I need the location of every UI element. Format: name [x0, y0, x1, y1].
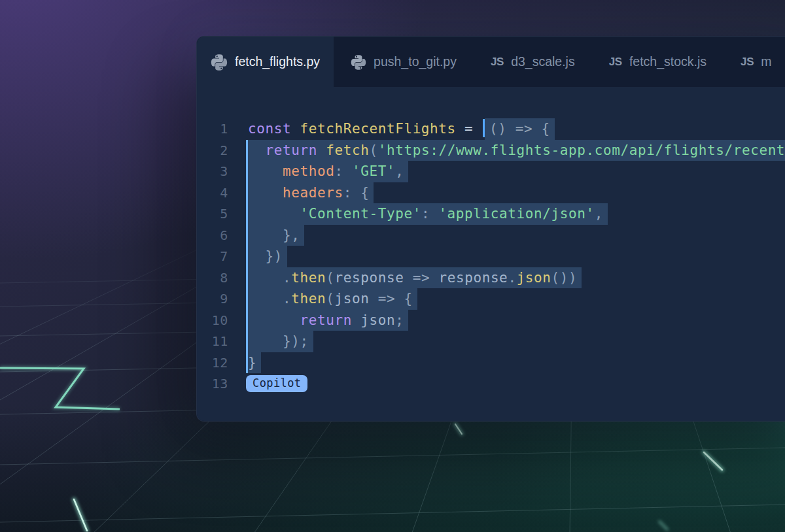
desktop-background: fetch_flights.pypush_to_git.pyJSd3_scale… — [0, 0, 785, 532]
code-token — [248, 142, 266, 158]
line-number: 3 — [197, 161, 228, 182]
code-token — [456, 121, 464, 137]
tab-bar: fetch_flights.pypush_to_git.pyJSd3_scale… — [197, 37, 785, 87]
code-line[interactable]: 11 }); — [197, 331, 785, 352]
code-token: , — [395, 163, 404, 179]
code-line[interactable]: 3 method: 'GET', — [197, 161, 785, 182]
code-token: return — [300, 312, 351, 328]
code-token: { — [404, 291, 412, 307]
code-token: method — [283, 163, 334, 179]
code-token — [291, 121, 300, 137]
copilot-badge: Copilot — [246, 375, 307, 392]
code-text: }) — [228, 246, 785, 267]
code-text: Copilot — [228, 373, 785, 395]
code-token — [317, 142, 326, 158]
tab-push-to-git-py[interactable]: push_to_git.py — [334, 37, 474, 87]
tab-label: fetch_stock.js — [629, 54, 706, 69]
python-icon — [351, 54, 366, 70]
code-token: ( — [369, 142, 377, 158]
code-line[interactable]: 10 return json; — [197, 310, 785, 331]
code-token: json — [334, 291, 369, 307]
code-line[interactable]: 13Copilot — [197, 373, 785, 395]
code-token: ( — [326, 270, 334, 286]
code-token — [248, 291, 283, 307]
code-token: headers — [283, 185, 343, 201]
code-token: => — [413, 270, 430, 286]
code-line[interactable]: 6 }, — [197, 225, 785, 246]
tab-label: push_to_git.py — [374, 54, 457, 69]
code-token: , — [595, 206, 603, 222]
code-line[interactable]: 8 .then(response => response.json()) — [197, 267, 785, 289]
code-token: json — [517, 270, 551, 286]
code-area[interactable]: 1const fetchRecentFlights = () => {2 ret… — [197, 87, 785, 422]
code-token: }) — [266, 248, 283, 264]
line-number: 4 — [197, 182, 228, 204]
code-line[interactable]: 12} — [197, 352, 785, 374]
tab-m[interactable]: JSm — [724, 37, 785, 87]
code-token: const — [248, 121, 291, 137]
suggestion-highlight: 'Content-Type': 'application/json', — [246, 203, 608, 225]
code-token: : { — [343, 185, 370, 201]
code-token — [369, 291, 377, 307]
line-number: 8 — [197, 267, 228, 289]
suggestion-highlight: }); — [246, 331, 313, 352]
code-token: } — [248, 355, 256, 371]
suggestion-highlight: }) — [246, 246, 287, 267]
code-text: }); — [228, 331, 785, 352]
tab-d3-scale-js[interactable]: JSd3_scale.js — [474, 37, 592, 87]
code-token — [352, 312, 360, 328]
suggestion-highlight: }, — [246, 225, 304, 246]
code-token: then — [291, 291, 326, 307]
code-token — [248, 270, 283, 286]
suggestion-highlight: .then(json => { — [246, 288, 417, 310]
line-number: 13 — [197, 373, 228, 395]
code-text: return fetch('https://www.flights-app.co… — [228, 140, 785, 161]
code-text: return json; — [228, 310, 785, 331]
code-text: .then(json => { — [228, 288, 785, 310]
code-token — [248, 248, 266, 264]
line-number: 6 — [197, 225, 228, 246]
code-token — [395, 291, 404, 307]
line-number: 1 — [197, 118, 228, 140]
code-token: response — [438, 270, 508, 286]
code-line[interactable]: 1const fetchRecentFlights = () => { — [197, 118, 785, 140]
code-token: response — [334, 270, 404, 286]
code-token: . — [283, 270, 291, 286]
code-line[interactable]: 9 .then(json => { — [197, 288, 785, 310]
code-token: => — [378, 291, 396, 307]
code-editor-window: fetch_flights.pypush_to_git.pyJSd3_scale… — [196, 36, 785, 422]
code-token: : — [334, 163, 352, 179]
code-line[interactable]: 4 headers: { — [197, 182, 785, 204]
code-token — [248, 185, 283, 201]
code-token: }); — [283, 333, 309, 349]
line-number: 7 — [197, 246, 228, 267]
suggestion-highlight: return json; — [246, 310, 408, 331]
code-token: json — [360, 312, 395, 328]
code-token: () => { — [489, 121, 550, 137]
line-number: 2 — [197, 140, 228, 161]
code-text: 'Content-Type': 'application/json', — [228, 203, 785, 225]
suggestion-highlight: return fetch('https://www.flights-app.co… — [246, 140, 785, 161]
code-token: fetchRecentFlights — [300, 121, 455, 137]
suggestion-highlight: .then(response => response.json()) — [246, 267, 582, 289]
code-token: . — [283, 291, 291, 307]
code-line[interactable]: 2 return fetch('https://www.flights-app.… — [197, 140, 785, 161]
code-line[interactable]: 5 'Content-Type': 'application/json', — [197, 203, 785, 225]
selection-bar — [246, 140, 248, 374]
code-token: ( — [326, 291, 334, 307]
python-icon — [211, 54, 228, 71]
tab-label: d3_scale.js — [511, 54, 575, 69]
tab-fetch-stock-js[interactable]: JSfetch_stock.js — [592, 37, 724, 87]
code-token: ; — [395, 312, 404, 328]
javascript-icon: JS — [741, 56, 754, 69]
tab-fetch-flights-py[interactable]: fetch_flights.py — [197, 37, 334, 87]
code-token — [248, 163, 283, 179]
code-token: return — [266, 142, 317, 158]
line-number: 12 — [197, 352, 228, 374]
code-token — [248, 312, 300, 328]
line-number: 10 — [197, 310, 228, 331]
suggestion-highlight: headers: { — [246, 182, 374, 204]
code-line[interactable]: 7 }) — [197, 246, 785, 267]
line-number: 9 — [197, 288, 228, 310]
suggestion-highlight: () => { — [485, 118, 555, 140]
